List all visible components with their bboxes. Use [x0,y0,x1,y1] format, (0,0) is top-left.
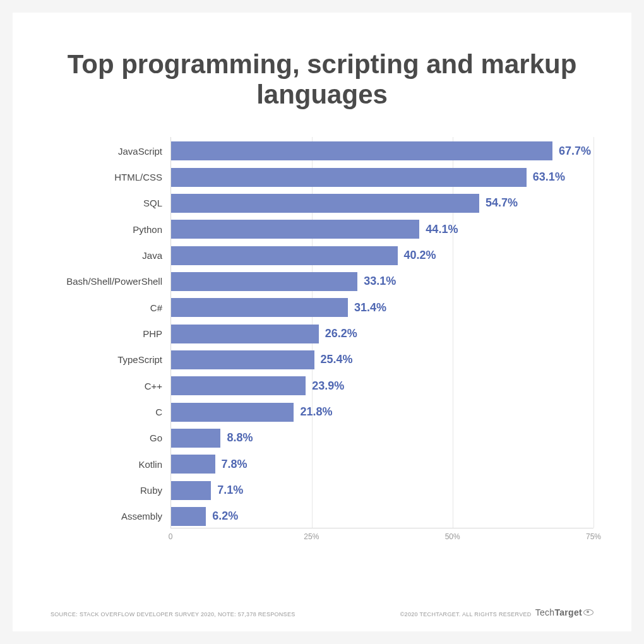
value-label: 21.8% [300,405,332,419]
bar-row: C#31.4% [171,298,593,317]
bar-row: Bash/Shell/PowerShell33.1% [171,272,593,291]
techtarget-logo: TechTarget [535,607,593,617]
x-tick-label: 25% [304,532,319,541]
bar-row: Kotlin7.8% [171,455,593,474]
brand-suffix: Target [554,607,582,617]
bar [171,168,527,187]
bar [171,455,215,474]
bar [171,481,211,500]
category-label: Python [133,224,162,235]
bar [171,325,319,343]
bar [171,403,294,422]
x-axis-ticks: 025%50%75% [170,528,593,542]
value-label: 67.7% [559,145,591,158]
bar-row: HTML/CSS63.1% [171,168,593,187]
value-label: 25.4% [321,353,353,366]
bar [171,246,398,265]
category-label: SQL [143,198,162,208]
value-label: 63.1% [533,170,565,184]
gridline [593,137,594,528]
value-label: 6.2% [212,510,238,523]
category-label: TypeScript [117,354,162,365]
category-label: C [155,407,162,417]
category-label: C# [150,302,162,313]
chart-title: Top programming, scripting and markup la… [51,49,593,110]
category-label: Ruby [140,485,162,496]
bar [171,272,357,291]
category-label: Go [150,432,162,443]
value-label: 8.8% [227,431,253,444]
category-label: Bash/Shell/PowerShell [66,276,162,287]
bar-row: TypeScript25.4% [171,350,593,369]
category-label: PHP [143,328,162,339]
copyright-text: ©2020 TECHTARGET. ALL RIGHTS RESERVED [400,611,532,617]
bar [171,141,552,160]
value-label: 40.2% [404,249,436,262]
x-tick-label: 75% [586,532,601,541]
chart-card: Top programming, scripting and markup la… [13,13,631,631]
bar [171,298,348,317]
source-note: SOURCE: STACK OVERFLOW DEVELOPER SURVEY … [51,611,295,617]
value-label: 44.1% [426,223,458,236]
value-label: 33.1% [364,275,396,288]
bar [171,376,306,395]
x-tick-label: 50% [445,532,460,541]
bar [171,429,220,448]
category-label: HTML/CSS [114,172,162,182]
bar-row: Python44.1% [171,220,593,239]
value-label: 7.8% [222,458,247,471]
category-label: Java [142,250,162,261]
brand-area: ©2020 TECHTARGET. ALL RIGHTS RESERVED Te… [400,607,593,617]
bar [171,350,314,369]
bar-row: JavaScript67.7% [171,141,593,160]
value-label: 7.1% [217,484,243,497]
bar [171,194,479,213]
bar [171,220,419,239]
bar-row: Java40.2% [171,246,593,265]
bar [171,507,206,526]
eye-icon [583,609,593,616]
bar-row: C++23.9% [171,376,593,395]
value-label: 23.9% [312,379,344,393]
bar-row: Go8.8% [171,429,593,448]
category-label: C++ [145,381,162,391]
category-label: Assembly [121,511,162,522]
chart-footer: SOURCE: STACK OVERFLOW DEVELOPER SURVEY … [51,607,593,617]
brand-prefix: Tech [535,607,555,617]
plot-area: JavaScript67.7%HTML/CSS63.1%SQL54.7%Pyth… [170,137,593,528]
value-label: 31.4% [354,301,386,314]
bar-row: C21.8% [171,403,593,422]
bar-row: Assembly6.2% [171,507,593,526]
bar-row: SQL54.7% [171,194,593,213]
value-label: 26.2% [325,327,357,340]
bar-row: PHP26.2% [171,325,593,343]
x-tick-label: 0 [169,532,173,541]
value-label: 54.7% [486,196,518,210]
category-label: JavaScript [118,146,162,157]
chart-container: JavaScript67.7%HTML/CSS63.1%SQL54.7%Pyth… [51,137,593,542]
category-label: Kotlin [138,459,162,470]
bar-row: Ruby7.1% [171,481,593,500]
